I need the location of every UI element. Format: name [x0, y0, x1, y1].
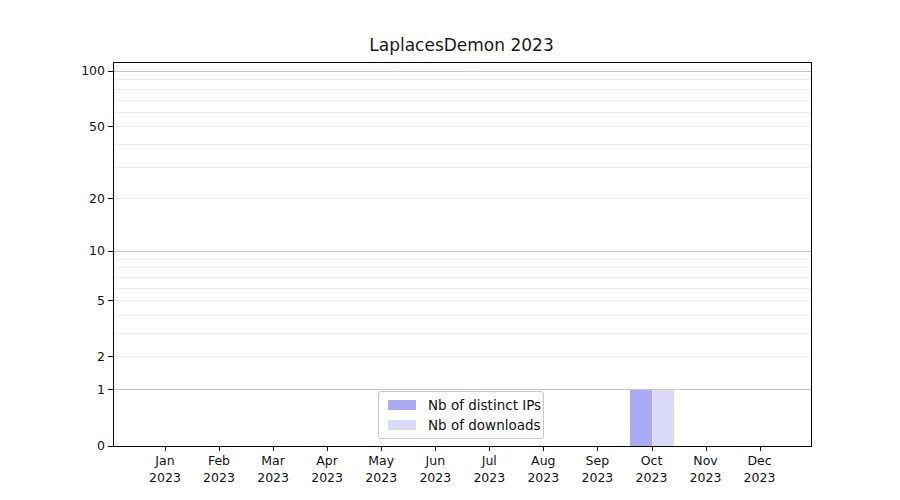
h-gridline-minor — [114, 126, 811, 127]
h-gridline-minor — [114, 300, 811, 301]
y-tick-label: 10 — [50, 242, 105, 260]
plot-area: Nb of distinct IPsNb of downloads 012510… — [113, 62, 812, 447]
y-tick-label: 20 — [50, 190, 105, 208]
x-tick-year: 2023 — [728, 470, 792, 487]
legend-swatch — [388, 420, 416, 430]
y-tick-label: 50 — [50, 118, 105, 136]
x-tick-month: Dec — [728, 453, 792, 470]
x-axis-tick — [489, 446, 490, 451]
x-axis-tick — [273, 446, 274, 451]
x-axis-tick — [381, 446, 382, 451]
y-tick-label: 5 — [50, 292, 105, 310]
y-axis-tick — [108, 356, 113, 357]
h-gridline-minor — [114, 259, 811, 260]
h-gridline-minor — [114, 277, 811, 278]
h-gridline-minor — [114, 315, 811, 316]
h-gridline-minor — [114, 198, 811, 199]
y-tick-label: 1 — [50, 381, 105, 399]
y-axis-tick — [108, 198, 113, 199]
x-axis-tick — [652, 446, 653, 451]
legend-label: Nb of downloads — [428, 417, 541, 433]
y-axis-tick — [108, 251, 113, 252]
y-axis-tick — [108, 71, 113, 72]
h-gridline-minor — [114, 288, 811, 289]
y-axis-tick — [108, 389, 113, 390]
h-gridline-minor — [114, 144, 811, 145]
legend-box: Nb of distinct IPsNb of downloads — [378, 391, 544, 439]
x-axis-tick — [165, 446, 166, 451]
h-gridline-minor — [114, 167, 811, 168]
h-gridline-minor — [114, 333, 811, 334]
h-gridline-minor — [114, 356, 811, 357]
x-axis-tick — [597, 446, 598, 451]
legend-row: Nb of downloads — [388, 417, 534, 433]
y-tick-label: 0 — [50, 437, 105, 455]
x-axis-tick — [435, 446, 436, 451]
x-axis-tick — [327, 446, 328, 451]
x-axis-tick — [706, 446, 707, 451]
x-axis-tick — [760, 446, 761, 451]
h-gridline-minor — [114, 100, 811, 101]
legend-row: Nb of distinct IPs — [388, 397, 534, 413]
bar-nb-of-distinct-ips — [630, 390, 652, 446]
legend-label: Nb of distinct IPs — [428, 397, 541, 413]
h-gridline-minor — [114, 89, 811, 90]
x-axis-tick — [543, 446, 544, 451]
h-gridline-minor — [114, 112, 811, 113]
x-axis-tick — [219, 446, 220, 451]
y-axis-tick — [108, 446, 113, 447]
figure-root: LaplacesDemon 2023 Nb of distinct IPsNb … — [0, 0, 900, 500]
h-gridline-major — [114, 251, 811, 252]
y-axis-tick — [108, 300, 113, 301]
y-tick-label: 100 — [50, 62, 105, 80]
x-tick-label: Dec2023 — [728, 453, 792, 486]
y-axis-tick — [108, 126, 113, 127]
h-gridline-minor — [114, 267, 811, 268]
h-gridline-major — [114, 71, 811, 72]
bar-nb-of-downloads — [652, 390, 674, 446]
h-gridline-minor — [114, 79, 811, 80]
y-tick-label: 2 — [50, 348, 105, 366]
chart-title: LaplacesDemon 2023 — [113, 33, 810, 57]
legend-swatch — [388, 400, 416, 410]
